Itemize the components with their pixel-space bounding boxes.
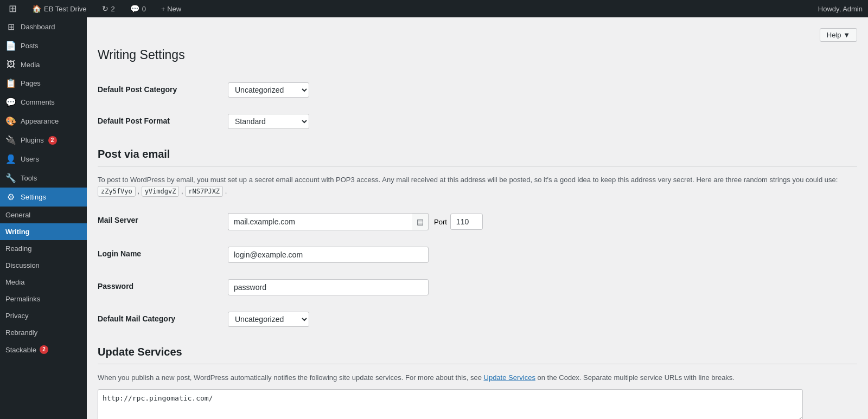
sidebar-item-users[interactable]: 👤Users (0, 150, 87, 169)
port-wrap: Port (434, 214, 483, 230)
settings-icon: ⚙ (5, 192, 16, 202)
submenu-permalinks[interactable]: Permalinks (0, 291, 87, 307)
mail-server-input[interactable] (228, 213, 412, 230)
random-string-2: yVimdgvZ (142, 186, 180, 197)
default-post-format-select[interactable]: Standard (228, 114, 309, 129)
sidebar-item-plugins[interactable]: 🔌Plugins 2 (0, 131, 87, 150)
new-content-link[interactable]: + New (158, 0, 184, 17)
default-mail-category-label: Default Mail Category (98, 304, 222, 335)
default-post-category-select[interactable]: Uncategorized (228, 82, 309, 98)
sidebar-item-media[interactable]: 🖼Media (0, 55, 87, 74)
update-services-textarea[interactable]: http://rpc.pingomatic.com/ (98, 389, 803, 419)
default-post-category-label: Default Post Category (98, 74, 222, 106)
default-mail-category-row: Default Mail Category Uncategorized (98, 304, 857, 335)
main-wrapper: ⊞Dashboard 📄Posts 🖼Media 📋Pages 💬Comment… (0, 0, 868, 419)
submenu-discussion[interactable]: Discussion (0, 257, 87, 274)
default-post-category-row: Default Post Category Uncategorized (98, 74, 857, 106)
password-row: Password (98, 271, 857, 304)
mail-server-field: ▤ (228, 213, 429, 230)
appearance-icon: 🎨 (5, 116, 16, 126)
sidebar-item-tools[interactable]: 🔧Tools (0, 169, 87, 188)
page-title: Writing Settings (98, 47, 857, 63)
random-string-1: zZy5fVyo (98, 186, 136, 197)
port-label: Port (434, 218, 447, 226)
random-string-3: rNS7PJXZ (185, 186, 223, 197)
login-name-row: Login Name (98, 238, 857, 271)
submenu-privacy[interactable]: Privacy (0, 307, 87, 324)
default-mail-category-select[interactable]: Uncategorized (228, 312, 309, 327)
howdy-text: Howdy, Admin (818, 5, 863, 13)
update-services-link[interactable]: Update Services (484, 373, 535, 382)
sidebar-item-pages[interactable]: 📋Pages (0, 74, 87, 93)
pages-icon: 📋 (5, 78, 16, 88)
dashboard-icon: ⊞ (5, 22, 16, 32)
admin-menu: ⊞Dashboard 📄Posts 🖼Media 📋Pages 💬Comment… (0, 17, 87, 358)
posts-icon: 📄 (5, 41, 16, 51)
submenu-rebrandly[interactable]: Rebrandly (0, 324, 87, 341)
sidebar-item-dashboard[interactable]: ⊞Dashboard (0, 17, 87, 36)
email-settings-table: Mail Server ▤ Port (98, 205, 857, 335)
updates-link[interactable]: ↻ 2 (99, 0, 118, 17)
settings-submenu: General Writing Reading Discussion Media… (0, 207, 87, 358)
login-name-label: Login Name (98, 238, 222, 271)
comments-icon: 💬 (5, 97, 16, 107)
submenu-stackable[interactable]: Stackable2 (0, 341, 87, 358)
update-services-description: When you publish a new post, WordPress a… (98, 372, 857, 384)
stackable-badge: 2 (40, 345, 48, 354)
submenu-media[interactable]: Media (0, 274, 87, 291)
mail-server-label: Mail Server (98, 205, 222, 238)
default-post-format-row: Default Post Format Standard (98, 106, 857, 137)
sidebar-item-appearance[interactable]: 🎨Appearance (0, 112, 87, 131)
page-body: Help ▼ Writing Settings Default Post Cat… (98, 28, 857, 419)
post-via-email-description: To post to WordPress by email, you must … (98, 175, 857, 197)
users-icon: 👤 (5, 154, 16, 164)
submenu-writing[interactable]: Writing (0, 223, 87, 240)
mail-server-wrap: ▤ Port (228, 213, 852, 230)
tools-icon: 🔧 (5, 173, 16, 183)
help-button[interactable]: Help ▼ (820, 28, 857, 42)
sidebar: ⊞Dashboard 📄Posts 🖼Media 📋Pages 💬Comment… (0, 17, 87, 419)
comments-link[interactable]: 💬 0 (127, 0, 149, 17)
mail-server-row: Mail Server ▤ Port (98, 205, 857, 238)
settings-form: Default Post Category Uncategorized Defa… (98, 74, 857, 419)
sidebar-item-posts[interactable]: 📄Posts (0, 36, 87, 55)
media-icon: 🖼 (5, 60, 16, 69)
admin-bar: ⊞ 🏠 EB Test Drive ↻ 2 💬 0 + New Howdy, A… (0, 0, 868, 17)
default-post-format-label: Default Post Format (98, 106, 222, 137)
update-services-title: Update Services (98, 346, 857, 364)
port-input[interactable] (450, 214, 483, 230)
wp-logo[interactable]: ⊞ (5, 0, 20, 17)
submenu-general[interactable]: General (0, 207, 87, 223)
site-name[interactable]: 🏠 EB Test Drive (29, 0, 90, 17)
password-input[interactable] (228, 279, 429, 295)
sidebar-item-settings[interactable]: ⚙Settings General Writing Reading Discus… (0, 188, 87, 358)
plugins-badge: 2 (48, 136, 57, 145)
submenu-reading[interactable]: Reading (0, 240, 87, 257)
sidebar-item-comments[interactable]: 💬Comments (0, 93, 87, 112)
plugins-icon: 🔌 (5, 135, 16, 145)
post-via-email-title: Post via email (98, 148, 857, 166)
settings-table: Default Post Category Uncategorized Defa… (98, 74, 857, 137)
password-label: Password (98, 271, 222, 304)
login-name-input[interactable] (228, 247, 429, 263)
db-icon-button[interactable]: ▤ (412, 213, 429, 230)
main-content: Help ▼ Writing Settings Default Post Cat… (87, 17, 868, 419)
